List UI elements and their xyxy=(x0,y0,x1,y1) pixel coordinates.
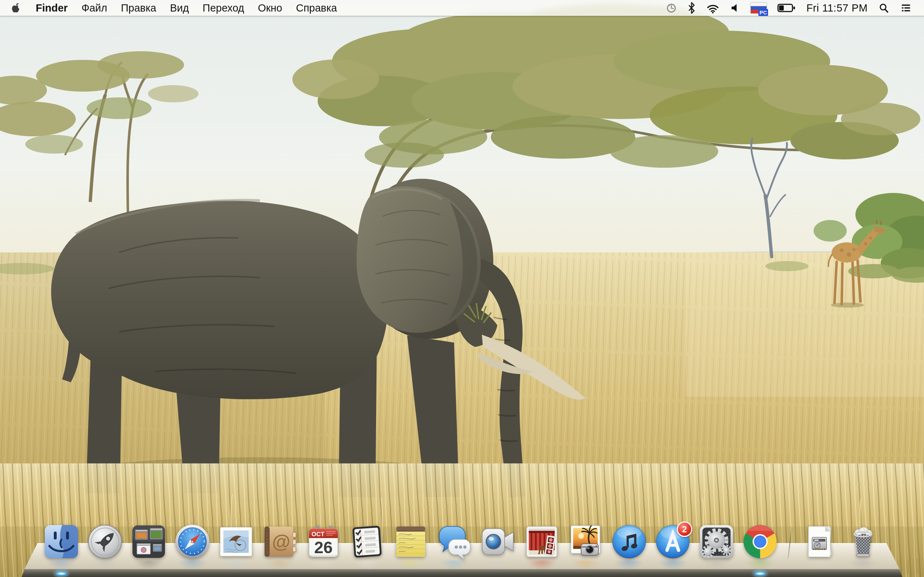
menu-bar-status: PC Fri 11:57 PM xyxy=(666,0,924,16)
mail-icon xyxy=(218,524,254,560)
dock-items: @ OCT 26 xyxy=(43,524,881,560)
volume-icon[interactable] xyxy=(730,3,740,13)
flag-pc-label: PC xyxy=(758,9,768,16)
dock-item-iphoto[interactable] xyxy=(567,524,604,560)
wallpaper-savanna xyxy=(0,0,924,577)
menu-bar-clock[interactable]: Fri 11:57 PM xyxy=(806,2,868,14)
notes-icon xyxy=(393,524,429,560)
chrome-icon xyxy=(742,524,778,560)
input-source-flag-icon[interactable]: PC xyxy=(751,3,767,13)
dock-item-facetime[interactable] xyxy=(480,524,516,560)
dock-item-system-preferences[interactable] xyxy=(698,524,735,560)
dock-item-messages[interactable] xyxy=(436,524,472,560)
contacts-icon: @ xyxy=(262,524,298,560)
dock-item-mission-control[interactable] xyxy=(131,524,167,560)
menu-bar-left: Finder Файл Правка Вид Переход Окно Спра… xyxy=(0,0,344,16)
dock-item-trash[interactable] xyxy=(845,524,881,560)
dock-item-documents-stack[interactable] xyxy=(801,524,837,560)
documents-stack-icon xyxy=(801,524,837,560)
dock-item-mail[interactable] xyxy=(218,524,254,560)
dock-item-app-store[interactable]: 2 xyxy=(655,524,691,560)
system-preferences-icon xyxy=(698,524,735,560)
menu-help[interactable]: Справка xyxy=(289,0,344,16)
dock-item-chrome[interactable] xyxy=(742,524,778,560)
mission-control-icon xyxy=(131,524,167,560)
menu-go[interactable]: Переход xyxy=(195,0,251,16)
menu-view[interactable]: Вид xyxy=(163,0,195,16)
dock-item-safari[interactable] xyxy=(174,524,210,560)
dock-item-photo-booth[interactable] xyxy=(524,524,560,560)
dock-item-finder[interactable] xyxy=(43,524,79,560)
dock-item-itunes[interactable] xyxy=(611,524,647,560)
facetime-icon xyxy=(480,524,516,560)
reminders-icon xyxy=(349,524,385,560)
flag-white-stripe xyxy=(751,3,767,6)
bluetooth-icon[interactable] xyxy=(688,2,695,14)
photo-booth-icon xyxy=(524,524,560,560)
dock-separator xyxy=(786,527,794,560)
itunes-icon xyxy=(611,524,647,560)
apple-menu-icon[interactable] xyxy=(10,3,21,13)
battery-icon[interactable] xyxy=(777,3,795,13)
time-machine-icon[interactable] xyxy=(666,2,677,14)
desktop[interactable]: Finder Файл Правка Вид Переход Окно Спра… xyxy=(0,0,924,577)
wifi-icon[interactable] xyxy=(706,3,720,13)
dock-item-calendar[interactable]: OCT 26 xyxy=(305,524,341,560)
trash-full-icon xyxy=(845,524,881,560)
launchpad-icon xyxy=(87,524,123,560)
app-menu-finder[interactable]: Finder xyxy=(29,0,75,16)
dock-item-reminders[interactable] xyxy=(349,524,385,560)
calendar-day-label: 26 xyxy=(314,538,333,557)
messages-icon xyxy=(436,524,472,560)
menu-file[interactable]: Файл xyxy=(75,0,114,16)
calendar-month-label: OCT xyxy=(312,531,325,538)
finder-icon xyxy=(43,524,79,560)
menu-edit[interactable]: Правка xyxy=(114,0,163,16)
dock-item-launchpad[interactable] xyxy=(87,524,123,560)
app-store-badge: 2 xyxy=(677,521,692,537)
menu-window[interactable]: Окно xyxy=(251,0,289,16)
menu-bar: Finder Файл Правка Вид Переход Окно Спра… xyxy=(0,0,924,16)
calendar-icon: OCT 26 xyxy=(305,524,341,560)
dock-item-notes[interactable] xyxy=(393,524,429,560)
iphoto-icon xyxy=(567,524,604,560)
safari-icon xyxy=(174,524,210,560)
dock-item-contacts[interactable]: @ xyxy=(262,524,298,560)
notification-center-icon[interactable] xyxy=(900,3,912,13)
contacts-at-glyph: @ xyxy=(272,531,291,552)
spotlight-icon[interactable] xyxy=(879,3,889,13)
